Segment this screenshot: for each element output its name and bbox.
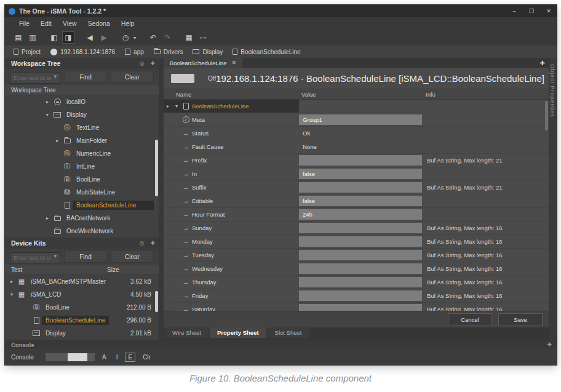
property-row-prefix[interactable]: →PrefixBuf As String, Max length: 21 — [164, 154, 549, 167]
breadcrumb-item-display[interactable]: Display — [193, 49, 223, 55]
save-button[interactable]: Save — [498, 313, 543, 326]
expander-icon[interactable]: ▾ — [43, 112, 52, 118]
value-input[interactable] — [299, 223, 422, 233]
property-row-suffix[interactable]: →SuffixBuf As String, Max length: 21 — [164, 181, 549, 194]
menu-edit[interactable]: Edit — [35, 20, 57, 27]
kits-find-button[interactable]: Find — [64, 250, 107, 263]
value-input[interactable] — [299, 155, 422, 166]
slider-thumb[interactable] — [68, 353, 87, 361]
kit-row-boolline[interactable]: ⒷBoolLine212.00 B — [5, 301, 159, 314]
expander-icon[interactable]: ▸ — [43, 215, 52, 221]
property-row-meta[interactable]: ✓MetaGroup1 — [164, 113, 549, 127]
undo-icon[interactable]: ↶ — [147, 31, 159, 44]
panel-options-icon[interactable]: ◎ — [140, 240, 145, 246]
console-button-clr[interactable]: Clr — [140, 353, 153, 361]
menu-sedona[interactable]: Sedona — [82, 20, 116, 27]
sheet-tab-slot-sheet[interactable]: Slot Sheet — [268, 327, 309, 338]
breadcrumb-item-192-168-1-124-1876[interactable]: 192.168.1.124:1876 — [50, 49, 115, 55]
property-row-friday[interactable]: →FridayBuf As String, Max length: 16 — [164, 289, 549, 303]
cancel-button[interactable]: Cancel — [448, 313, 492, 326]
console-button-i[interactable]: I — [114, 353, 121, 361]
maximize-button[interactable]: ❐ — [527, 8, 536, 14]
breadcrumb-item-drivers[interactable]: Drivers — [154, 49, 183, 55]
off-toggle[interactable] — [171, 74, 194, 83]
console-button-e[interactable]: E — [125, 353, 135, 362]
value-input[interactable] — [299, 236, 422, 247]
value-input[interactable] — [299, 263, 422, 274]
tree-item-intline[interactable]: ⒾIntLine — [5, 160, 159, 173]
close-icon[interactable]: ✕ — [231, 60, 236, 66]
grid-view-icon[interactable]: ▦ — [183, 31, 195, 44]
add-tab-icon[interactable]: ✚ — [540, 60, 545, 66]
menu-view[interactable]: View — [57, 20, 82, 27]
value-input[interactable] — [299, 304, 422, 311]
scrollbar-thumb[interactable] — [155, 291, 158, 312]
property-row-status[interactable]: →StatusOk — [164, 127, 549, 140]
open-project-icon[interactable]: ▥ — [26, 31, 39, 44]
expander-icon[interactable]: ▸ — [43, 99, 52, 105]
kits-clear-button[interactable]: Clear — [111, 250, 154, 263]
breadcrumb-item-project[interactable]: Project — [14, 49, 41, 55]
history-dropdown-icon[interactable]: ▾ — [132, 31, 138, 44]
property-row-wednesday[interactable]: →WednesdayBuf As String, Max length: 16 — [164, 262, 549, 276]
property-row-fault-cause[interactable]: →Fault CauseNone — [164, 140, 549, 154]
workspace-clear-button[interactable]: Clear — [111, 71, 154, 83]
property-row-tuesday[interactable]: →TuesdayBuf As String, Max length: 16 — [164, 249, 549, 262]
forward-icon[interactable]: ▶ — [98, 31, 110, 44]
pin-icon[interactable]: ✚ — [150, 240, 155, 246]
tab-booleanscheduleline[interactable]: BooleanScheduleLine ✕ — [164, 58, 242, 68]
sheet-tab-property-sheet[interactable]: Property Sheet — [210, 327, 266, 338]
value-input[interactable]: false — [299, 169, 422, 179]
property-row-saturday[interactable]: →SaturdayBuf As String, Max length: 16 — [164, 303, 549, 311]
property-row-booleanscheduleline[interactable]: ▸▾BooleanScheduleLine — [164, 100, 549, 113]
redo-icon[interactable]: ↷ — [161, 31, 173, 44]
new-project-icon[interactable]: ▤ — [12, 31, 25, 44]
console-button-a[interactable]: A — [100, 353, 109, 361]
value-input[interactable] — [299, 277, 422, 287]
link-icon[interactable]: ⊶ — [197, 31, 209, 44]
menu-help[interactable]: Help — [116, 20, 140, 27]
property-row-sunday[interactable]: →SundayBuf As String, Max length: 16 — [164, 222, 549, 235]
tree-item-multistateline[interactable]: ⓂMultiStateLine — [5, 186, 159, 199]
panel-options-icon[interactable]: ◎ — [140, 60, 145, 66]
breadcrumb-item-booleanscheduleline[interactable]: BooleanScheduleLine — [233, 49, 300, 55]
value-input[interactable]: 24h — [299, 209, 422, 220]
workspace-find-button[interactable]: Find — [64, 71, 107, 83]
console-slider[interactable] — [46, 353, 95, 361]
value-input[interactable] — [299, 182, 422, 193]
tree-item-boolline[interactable]: ⒷBoolLine — [5, 173, 159, 186]
expander-icon[interactable]: ▾ — [7, 292, 16, 297]
breadcrumb-item-app[interactable]: app — [125, 49, 144, 55]
back-icon[interactable]: ◀ — [84, 31, 96, 44]
history-icon[interactable]: ◷ — [119, 31, 132, 44]
pin-icon[interactable]: ✚ — [150, 60, 155, 66]
workspace-view-icon[interactable]: ◧ — [48, 31, 60, 44]
tree-item-numericline[interactable]: ⓃNumericLine — [5, 147, 159, 160]
property-row-editable[interactable]: →Editablefalse — [164, 194, 549, 208]
chevron-down-icon[interactable]: ▼ — [53, 74, 58, 79]
tree-item-localio[interactable]: ▸localIO — [5, 95, 159, 108]
console-view-icon[interactable]: ◨ — [62, 31, 74, 44]
property-row-monday[interactable]: →MondayBuf As String, Max length: 16 — [164, 235, 549, 249]
dock-splitter[interactable] — [159, 58, 164, 340]
object-properties-tab[interactable]: Object Properties — [549, 64, 555, 118]
property-row-thursday[interactable]: →ThursdayBuf As String, Max length: 16 — [164, 276, 549, 289]
kit-row-display[interactable]: Display2.91 kB — [5, 327, 159, 340]
value-input[interactable]: false — [299, 196, 422, 206]
tree-item-display[interactable]: ▾Display — [5, 108, 159, 121]
tree-item-onewirenetwork[interactable]: OneWireNetwork — [5, 225, 159, 238]
kit-row-isma_bacnetmstpmaster[interactable]: ▸▦iSMA_BACnetMSTPMaster3.62 kB — [5, 275, 159, 288]
kit-row-booleanscheduleline[interactable]: BooleanScheduleLine296.00 B — [5, 314, 159, 327]
menu-file[interactable]: File — [14, 20, 35, 27]
tree-item-bacnetnetwork[interactable]: ▸BACnetNetwork — [5, 212, 159, 225]
kit-row-isma_lcd[interactable]: ▾▦iSMA_LCD4.50 kB — [5, 288, 159, 301]
expander-icon[interactable]: ▾ — [172, 103, 181, 109]
close-button[interactable]: ✕ — [544, 8, 553, 14]
value-input[interactable] — [299, 290, 422, 301]
property-row-in[interactable]: →Infalse — [164, 167, 549, 181]
pin-icon[interactable]: ✚ — [547, 342, 552, 348]
scrollbar-thumb[interactable] — [545, 101, 548, 130]
value-input[interactable] — [299, 250, 422, 260]
tree-item-textline[interactable]: ⓈTextLine — [5, 121, 159, 134]
expander-icon[interactable]: ▸ — [53, 138, 62, 143]
